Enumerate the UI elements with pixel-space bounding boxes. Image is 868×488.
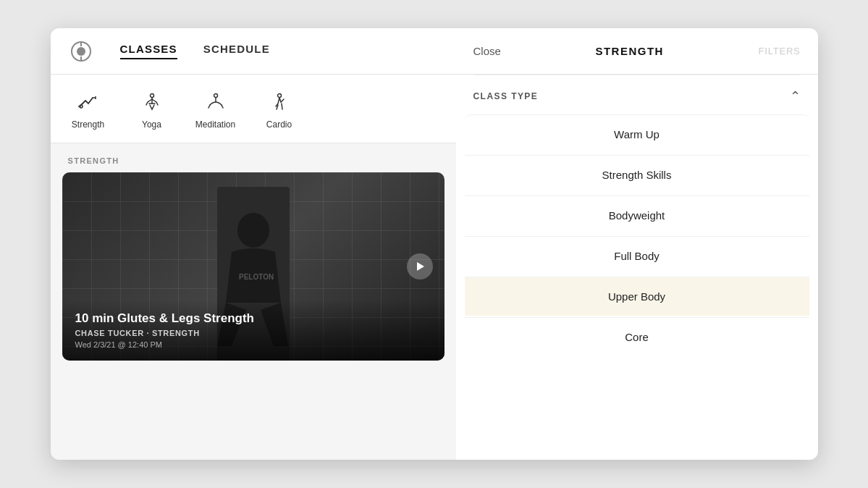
meditation-icon [201, 88, 230, 117]
close-button[interactable]: Close [473, 45, 501, 57]
left-panel: CLASSES SCHEDULE Strength [51, 28, 456, 460]
filters-button[interactable]: FILTERS [759, 46, 801, 56]
chevron-up-icon: ⌃ [790, 88, 801, 104]
svg-point-8 [150, 94, 153, 98]
class-card[interactable]: PELOTON 10 min Glutes & Legs Strength CH… [62, 172, 444, 361]
class-type-item-full-body[interactable]: Full Body [465, 236, 809, 275]
category-meditation[interactable]: Meditation [187, 85, 245, 132]
right-panel: Close STRENGTH FILTERS CLASS TYPE ⌃ Warm… [456, 28, 818, 460]
category-strength[interactable]: Strength [59, 85, 117, 132]
tab-classes[interactable]: CLASSES [120, 43, 177, 59]
class-type-list: Warm UpStrength SkillsBodyweightFull Bod… [456, 114, 818, 460]
svg-marker-14 [417, 262, 424, 271]
class-type-item-core[interactable]: Core [465, 317, 809, 356]
class-card-bg: PELOTON 10 min Glutes & Legs Strength CH… [62, 172, 444, 361]
nav-tabs: CLASSES SCHEDULE [120, 43, 439, 59]
left-header: CLASSES SCHEDULE [51, 28, 456, 75]
category-yoga-label: Yoga [142, 119, 161, 130]
svg-point-12 [237, 213, 269, 248]
left-categories: Strength Yoga [51, 75, 456, 143]
class-type-header[interactable]: CLASS TYPE ⌃ [456, 75, 818, 114]
svg-point-10 [277, 94, 281, 98]
tab-schedule[interactable]: SCHEDULE [203, 43, 270, 59]
yoga-icon [138, 88, 167, 117]
logo-icon[interactable] [68, 38, 94, 64]
class-type-item-strength-skills[interactable]: Strength Skills [465, 155, 809, 194]
class-type-item-upper-body[interactable]: Upper Body [465, 277, 809, 316]
class-type-item-warm-up[interactable]: Warm Up [465, 114, 809, 153]
right-title: STRENGTH [501, 45, 759, 57]
class-type-item-bodyweight[interactable]: Bodyweight [465, 195, 809, 235]
app-container: CLASSES SCHEDULE Strength [51, 28, 818, 460]
svg-point-9 [214, 94, 217, 98]
category-cardio[interactable]: Cardio [250, 85, 308, 132]
card-title: 10 min Glutes & Legs Strength [75, 311, 431, 326]
cardio-icon [265, 88, 294, 117]
right-header: Close STRENGTH FILTERS [456, 28, 818, 75]
svg-point-1 [77, 47, 85, 56]
category-yoga[interactable]: Yoga [123, 85, 181, 132]
card-date: Wed 2/3/21 @ 12:40 PM [75, 340, 431, 349]
card-subtitle: CHASE TUCKER · STRENGTH [75, 329, 431, 337]
category-cardio-label: Cardio [266, 119, 292, 130]
svg-text:PELOTON: PELOTON [239, 273, 274, 281]
category-strength-label: Strength [72, 119, 104, 130]
card-overlay: 10 min Glutes & Legs Strength CHASE TUCK… [62, 300, 444, 361]
category-meditation-label: Meditation [195, 119, 235, 130]
section-label: STRENGTH [51, 143, 456, 172]
play-button[interactable] [407, 253, 433, 279]
strength-icon [74, 88, 103, 117]
class-type-label: CLASS TYPE [473, 91, 539, 101]
